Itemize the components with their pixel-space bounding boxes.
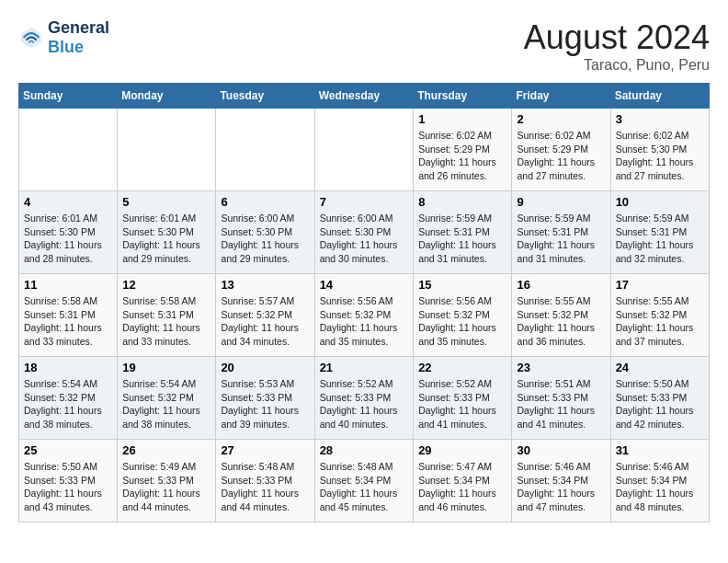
day-number: 9 <box>517 195 605 209</box>
calendar-cell: 8Sunrise: 5:59 AMSunset: 5:31 PMDaylight… <box>414 191 512 274</box>
day-number: 22 <box>418 361 506 374</box>
calendar-cell: 23Sunrise: 5:51 AMSunset: 5:33 PMDayligh… <box>512 357 610 440</box>
day-info: Sunrise: 5:53 AMSunset: 5:33 PMDaylight:… <box>221 377 309 431</box>
calendar-cell: 20Sunrise: 5:53 AMSunset: 5:33 PMDayligh… <box>216 357 314 440</box>
day-number: 31 <box>616 443 704 457</box>
day-number: 27 <box>221 443 309 457</box>
day-number: 26 <box>122 443 210 457</box>
calendar-cell: 24Sunrise: 5:50 AMSunset: 5:33 PMDayligh… <box>610 357 709 440</box>
day-number: 29 <box>418 443 506 457</box>
day-info: Sunrise: 6:01 AMSunset: 5:30 PMDaylight:… <box>24 212 112 266</box>
day-number: 19 <box>122 361 210 374</box>
day-info: Sunrise: 5:46 AMSunset: 5:34 PMDaylight:… <box>616 460 704 514</box>
column-header-friday: Friday <box>512 84 610 109</box>
calendar-cell: 15Sunrise: 5:56 AMSunset: 5:32 PMDayligh… <box>414 274 512 357</box>
day-number: 1 <box>418 112 506 126</box>
logo-icon <box>18 25 44 51</box>
location: Taraco, Puno, Peru <box>524 57 710 74</box>
day-number: 7 <box>320 195 409 209</box>
day-info: Sunrise: 5:59 AMSunset: 5:31 PMDaylight:… <box>517 212 605 266</box>
day-number: 12 <box>122 278 210 292</box>
day-number: 4 <box>24 195 112 209</box>
calendar-cell: 7Sunrise: 6:00 AMSunset: 5:30 PMDaylight… <box>314 191 414 274</box>
calendar-cell: 13Sunrise: 5:57 AMSunset: 5:32 PMDayligh… <box>216 274 314 357</box>
day-info: Sunrise: 5:59 AMSunset: 5:31 PMDaylight:… <box>616 212 704 266</box>
day-number: 13 <box>221 278 309 292</box>
day-number: 25 <box>24 443 112 457</box>
day-info: Sunrise: 6:02 AMSunset: 5:29 PMDaylight:… <box>517 129 605 183</box>
day-info: Sunrise: 5:52 AMSunset: 5:33 PMDaylight:… <box>418 377 506 431</box>
day-info: Sunrise: 5:56 AMSunset: 5:32 PMDaylight:… <box>418 294 506 349</box>
day-info: Sunrise: 5:50 AMSunset: 5:33 PMDaylight:… <box>616 377 704 431</box>
calendar-cell: 1Sunrise: 6:02 AMSunset: 5:29 PMDaylight… <box>414 109 512 191</box>
column-header-wednesday: Wednesday <box>314 84 414 109</box>
calendar-cell: 5Sunrise: 6:01 AMSunset: 5:30 PMDaylight… <box>118 191 216 274</box>
calendar-cell: 4Sunrise: 6:01 AMSunset: 5:30 PMDaylight… <box>19 191 118 274</box>
calendar-cell: 16Sunrise: 5:55 AMSunset: 5:32 PMDayligh… <box>512 274 610 357</box>
title-block: August 2024 Taraco, Puno, Peru <box>524 18 710 74</box>
day-number: 21 <box>320 361 409 374</box>
day-number: 14 <box>320 278 409 292</box>
calendar-cell: 17Sunrise: 5:55 AMSunset: 5:32 PMDayligh… <box>610 274 709 357</box>
day-number: 23 <box>517 361 605 374</box>
month-year: August 2024 <box>524 18 710 57</box>
day-number: 3 <box>616 112 704 126</box>
day-number: 2 <box>517 112 605 126</box>
calendar-cell <box>314 109 414 191</box>
page-header: General Blue August 2024 Taraco, Puno, P… <box>18 18 710 74</box>
calendar-week-3: 11Sunrise: 5:58 AMSunset: 5:31 PMDayligh… <box>19 274 710 357</box>
day-info: Sunrise: 5:50 AMSunset: 5:33 PMDaylight:… <box>24 460 112 514</box>
calendar-cell: 12Sunrise: 5:58 AMSunset: 5:31 PMDayligh… <box>118 274 216 357</box>
calendar-week-2: 4Sunrise: 6:01 AMSunset: 5:30 PMDaylight… <box>19 191 710 274</box>
calendar-cell: 19Sunrise: 5:54 AMSunset: 5:32 PMDayligh… <box>118 357 216 440</box>
day-info: Sunrise: 5:54 AMSunset: 5:32 PMDaylight:… <box>122 377 210 431</box>
day-info: Sunrise: 5:49 AMSunset: 5:33 PMDaylight:… <box>122 460 210 514</box>
day-info: Sunrise: 6:01 AMSunset: 5:30 PMDaylight:… <box>122 212 210 266</box>
day-info: Sunrise: 5:58 AMSunset: 5:31 PMDaylight:… <box>24 294 112 349</box>
day-info: Sunrise: 5:57 AMSunset: 5:32 PMDaylight:… <box>221 294 309 349</box>
day-info: Sunrise: 5:47 AMSunset: 5:34 PMDaylight:… <box>418 460 506 514</box>
day-info: Sunrise: 5:48 AMSunset: 5:34 PMDaylight:… <box>320 460 409 514</box>
calendar-week-5: 25Sunrise: 5:50 AMSunset: 5:33 PMDayligh… <box>19 440 710 523</box>
day-info: Sunrise: 5:46 AMSunset: 5:34 PMDaylight:… <box>517 460 605 514</box>
day-number: 30 <box>517 443 605 457</box>
day-info: Sunrise: 5:48 AMSunset: 5:33 PMDaylight:… <box>221 460 309 514</box>
day-number: 6 <box>221 195 309 209</box>
logo: General Blue <box>18 18 109 57</box>
calendar-cell: 25Sunrise: 5:50 AMSunset: 5:33 PMDayligh… <box>19 440 118 523</box>
day-info: Sunrise: 6:00 AMSunset: 5:30 PMDaylight:… <box>320 212 409 266</box>
day-info: Sunrise: 5:51 AMSunset: 5:33 PMDaylight:… <box>517 377 605 431</box>
calendar-cell: 6Sunrise: 6:00 AMSunset: 5:30 PMDaylight… <box>216 191 314 274</box>
calendar-cell: 30Sunrise: 5:46 AMSunset: 5:34 PMDayligh… <box>512 440 610 523</box>
day-number: 24 <box>616 361 704 374</box>
calendar-cell: 10Sunrise: 5:59 AMSunset: 5:31 PMDayligh… <box>610 191 709 274</box>
calendar-cell: 18Sunrise: 5:54 AMSunset: 5:32 PMDayligh… <box>19 357 118 440</box>
calendar-week-1: 1Sunrise: 6:02 AMSunset: 5:29 PMDaylight… <box>19 109 710 191</box>
calendar-cell: 29Sunrise: 5:47 AMSunset: 5:34 PMDayligh… <box>414 440 512 523</box>
column-header-monday: Monday <box>118 84 216 109</box>
calendar-cell: 31Sunrise: 5:46 AMSunset: 5:34 PMDayligh… <box>610 440 709 523</box>
day-info: Sunrise: 5:54 AMSunset: 5:32 PMDaylight:… <box>24 377 112 431</box>
day-info: Sunrise: 5:52 AMSunset: 5:33 PMDaylight:… <box>320 377 409 431</box>
day-number: 10 <box>616 195 704 209</box>
day-info: Sunrise: 6:02 AMSunset: 5:30 PMDaylight:… <box>616 129 704 183</box>
day-number: 11 <box>24 278 112 292</box>
calendar-cell <box>19 109 118 191</box>
day-info: Sunrise: 5:56 AMSunset: 5:32 PMDaylight:… <box>320 294 409 349</box>
column-header-tuesday: Tuesday <box>216 84 314 109</box>
logo-text: General Blue <box>48 18 109 57</box>
day-info: Sunrise: 5:58 AMSunset: 5:31 PMDaylight:… <box>122 294 210 349</box>
day-info: Sunrise: 6:02 AMSunset: 5:29 PMDaylight:… <box>418 129 506 183</box>
calendar-header-row: SundayMondayTuesdayWednesdayThursdayFrid… <box>19 84 710 109</box>
calendar-week-4: 18Sunrise: 5:54 AMSunset: 5:32 PMDayligh… <box>19 357 710 440</box>
day-number: 8 <box>418 195 506 209</box>
calendar-cell: 28Sunrise: 5:48 AMSunset: 5:34 PMDayligh… <box>314 440 414 523</box>
calendar-cell: 26Sunrise: 5:49 AMSunset: 5:33 PMDayligh… <box>118 440 216 523</box>
day-info: Sunrise: 6:00 AMSunset: 5:30 PMDaylight:… <box>221 212 309 266</box>
day-number: 5 <box>122 195 210 209</box>
day-number: 17 <box>616 278 704 292</box>
day-info: Sunrise: 5:55 AMSunset: 5:32 PMDaylight:… <box>616 294 704 349</box>
calendar-cell: 22Sunrise: 5:52 AMSunset: 5:33 PMDayligh… <box>414 357 512 440</box>
day-number: 16 <box>517 278 605 292</box>
day-number: 18 <box>24 361 112 374</box>
